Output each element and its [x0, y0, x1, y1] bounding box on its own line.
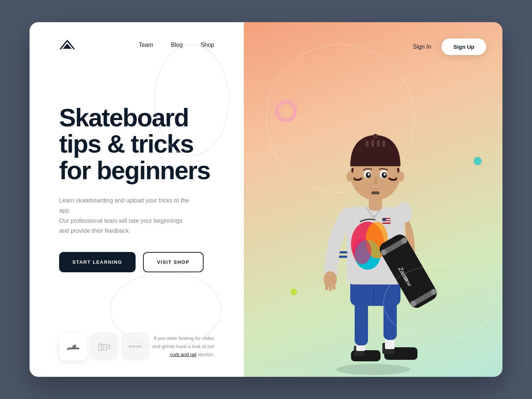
rail-tab[interactable]: [121, 332, 149, 361]
svg-rect-65: [371, 140, 374, 147]
start-learning-button[interactable]: START LEARNING: [59, 252, 136, 272]
logo: [59, 38, 75, 52]
left-panel: Team Blog Shop Skateboard tips & tricks …: [30, 22, 244, 377]
svg-rect-66: [377, 140, 380, 147]
svg-rect-38: [382, 221, 391, 222]
nav-blog[interactable]: Blog: [171, 42, 183, 48]
shoe-tab[interactable]: [59, 332, 87, 361]
svg-point-1: [68, 348, 70, 350]
curb-rail-link[interactable]: curb and rail: [170, 352, 197, 357]
svg-rect-7: [133, 346, 135, 347]
main-content: Skateboard tips & tricks for beginners L…: [59, 52, 214, 332]
svg-rect-68: [371, 191, 379, 194]
svg-point-78: [374, 135, 376, 137]
svg-point-76: [397, 171, 404, 182]
sign-in-link[interactable]: Sign In: [413, 44, 432, 50]
bottom-section: If you were looking for slides and grind…: [59, 332, 214, 377]
svg-rect-48: [332, 284, 335, 290]
right-header: Sign In Sign Up: [413, 38, 486, 55]
svg-rect-6: [129, 346, 132, 347]
cta-buttons: START LEARNING VISIT SHOP: [59, 252, 214, 272]
svg-rect-12: [139, 346, 141, 347]
svg-rect-2: [99, 345, 107, 350]
svg-point-44: [396, 202, 412, 223]
nav-team[interactable]: Team: [139, 42, 153, 48]
skater-character: Zaino .crew: [303, 74, 443, 377]
header: Team Blog Shop: [59, 22, 214, 52]
sign-up-button[interactable]: Sign Up: [441, 38, 486, 55]
svg-point-74: [383, 173, 386, 175]
logo-icon: [59, 38, 75, 52]
bottom-text: If you were looking for slides and grind…: [149, 334, 214, 359]
nav-shop[interactable]: Shop: [201, 42, 214, 48]
svg-point-0: [76, 348, 78, 349]
hero-description: Learn skateboarding and upload your tric…: [59, 195, 192, 236]
skateboard-shoe-icon: [66, 342, 80, 351]
svg-rect-39: [382, 218, 386, 221]
svg-point-73: [368, 173, 370, 175]
float-teal-ball: [474, 157, 482, 165]
right-panel: Sign In Sign Up: [244, 22, 502, 377]
svg-point-13: [336, 364, 410, 375]
rail-icon: [129, 342, 142, 351]
svg-rect-64: [366, 140, 369, 147]
camera-tab[interactable]: [90, 332, 118, 361]
character-container: Zaino .crew: [284, 55, 462, 377]
svg-marker-3: [107, 344, 110, 349]
svg-point-4: [101, 346, 104, 349]
camera-icon: [98, 342, 111, 351]
svg-rect-8: [136, 346, 139, 347]
svg-rect-67: [382, 140, 385, 147]
svg-point-35: [353, 238, 371, 264]
svg-rect-46: [325, 284, 328, 290]
hero-title: Skateboard tips & tricks for beginners: [59, 105, 214, 184]
svg-rect-47: [329, 285, 332, 291]
icon-tabs: [59, 332, 149, 361]
nav: Team Blog Shop: [139, 42, 214, 48]
main-card: Team Blog Shop Skateboard tips & tricks …: [30, 22, 502, 377]
svg-point-75: [347, 171, 354, 182]
visit-shop-button[interactable]: VISIT SHOP: [143, 252, 204, 272]
